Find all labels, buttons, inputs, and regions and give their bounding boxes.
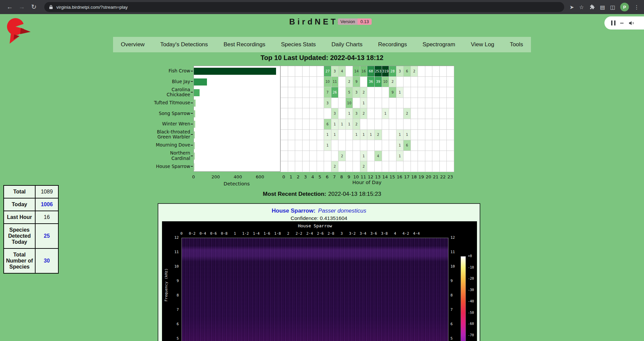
back-button[interactable]: ← bbox=[5, 2, 15, 12]
profile-avatar[interactable]: P bbox=[620, 3, 629, 11]
time-tick: 2·2 bbox=[296, 231, 302, 236]
detections-bar bbox=[194, 110, 195, 117]
species-label: House Sparrow bbox=[111, 161, 190, 172]
heatmap-cell bbox=[295, 66, 303, 77]
menu-kebab-icon[interactable]: ⋮ bbox=[634, 4, 639, 10]
nav-item-best-recordings[interactable]: Best Recordings bbox=[221, 41, 267, 48]
heatmap-cell bbox=[367, 108, 375, 119]
heatmap-cell bbox=[389, 161, 396, 172]
heatmap-cell bbox=[295, 119, 303, 130]
heatmap-cell bbox=[310, 130, 317, 140]
heatmap-cell bbox=[281, 87, 288, 98]
time-tick: 0·6 bbox=[210, 231, 217, 236]
heatmap-cell bbox=[310, 77, 317, 88]
heatmap-cell: 6 bbox=[404, 140, 411, 151]
stat-label: Last Hour bbox=[4, 211, 35, 224]
y-axis-tick bbox=[191, 81, 193, 82]
scientific-name[interactable]: Passer domesticus bbox=[318, 208, 366, 214]
heatmap-cell bbox=[310, 140, 317, 151]
species-label: Song Sparrow bbox=[111, 108, 190, 119]
heatmap-cell bbox=[418, 98, 425, 109]
address-bar[interactable]: virginia.birdnetpi.com/?stream=play bbox=[44, 2, 564, 12]
recent-timestamp: 2022-04-13 18:15:23 bbox=[328, 191, 381, 197]
heatmap-cell bbox=[432, 119, 440, 130]
stat-value-link[interactable]: 1006 bbox=[35, 198, 58, 211]
nav-item-todays-detections[interactable]: Today's Detections bbox=[158, 41, 210, 48]
top10-heading: Top 10 Last Updated: 2022-04-13 18:12 bbox=[0, 54, 644, 62]
spectrogram-title: House Sparrow bbox=[181, 223, 448, 228]
heatmap-cell bbox=[411, 108, 418, 119]
species-label: CarolinaChickadee bbox=[111, 87, 190, 98]
time-tick: 2·4 bbox=[306, 231, 313, 236]
db-tick: +0 bbox=[468, 254, 472, 258]
detections-bar bbox=[194, 100, 196, 107]
nav-item-species-stats[interactable]: Species Stats bbox=[279, 41, 318, 48]
bar-axis-tick: 600 bbox=[256, 174, 264, 179]
hour-axis-tick: 6 bbox=[326, 174, 328, 179]
heatmap-cell bbox=[317, 140, 324, 151]
species-label: NorthernCardinal bbox=[111, 151, 190, 161]
db-tick: -20 bbox=[468, 277, 474, 280]
heatmap-cell bbox=[281, 151, 288, 162]
nav-item-tools[interactable]: Tools bbox=[508, 41, 525, 48]
heatmap-cell bbox=[447, 119, 454, 130]
time-tick: 2·8 bbox=[328, 231, 334, 236]
heatmap-cell bbox=[447, 151, 454, 162]
bar-axis-tick: 0 bbox=[192, 174, 195, 179]
stat-value-link[interactable]: 30 bbox=[35, 248, 58, 273]
freq-tick: 11 bbox=[167, 250, 179, 254]
heatmap-cell: 5 bbox=[346, 87, 353, 98]
detections-bar bbox=[194, 131, 195, 138]
heatmap-cell: 3 bbox=[331, 108, 339, 119]
audio-player[interactable] bbox=[604, 16, 644, 30]
heatmap-cell: 3 bbox=[324, 98, 331, 109]
reload-button[interactable]: ↻ bbox=[29, 2, 39, 12]
heatmap-cell bbox=[440, 108, 447, 119]
hour-axis-tick: 12 bbox=[368, 174, 374, 179]
hour-axis-tick: 14 bbox=[382, 174, 388, 179]
freq-tick: 12 bbox=[450, 235, 462, 240]
heatmap-cell bbox=[447, 87, 454, 98]
speaker-icon[interactable] bbox=[628, 20, 635, 26]
nav-item-view-log[interactable]: View Log bbox=[469, 41, 496, 48]
pause-icon[interactable] bbox=[611, 20, 615, 25]
heatmap-cell: 1 bbox=[360, 151, 368, 162]
heatmap-cell bbox=[396, 108, 404, 119]
nav-item-spectrogram[interactable]: Spectrogram bbox=[421, 41, 457, 48]
heatmap-cell bbox=[367, 151, 375, 162]
player-divider bbox=[620, 23, 624, 23]
forward-button[interactable]: → bbox=[17, 2, 27, 12]
hour-axis-tick: 7 bbox=[333, 174, 336, 179]
heatmap-cell: 4 bbox=[375, 151, 382, 162]
detections-bar bbox=[194, 142, 195, 149]
detections-bar bbox=[194, 78, 207, 86]
heatmap-cell bbox=[382, 151, 389, 162]
heatmap-cell bbox=[288, 119, 296, 130]
heatmap-cell: 10 bbox=[324, 77, 331, 88]
nav-item-overview[interactable]: Overview bbox=[119, 41, 147, 48]
bookmark-star-icon[interactable]: ☆ bbox=[579, 4, 584, 10]
stat-value-link[interactable]: 25 bbox=[35, 224, 58, 248]
heatmap-cell: 1 bbox=[346, 108, 353, 119]
heatmap-cell: 1 bbox=[360, 130, 368, 140]
heatmap-cell: 10 bbox=[346, 98, 353, 109]
nav-item-daily-charts[interactable]: Daily Charts bbox=[329, 41, 365, 48]
detections-bar bbox=[194, 68, 276, 75]
heatmap-cell bbox=[346, 151, 353, 162]
send-icon[interactable]: ➤ bbox=[570, 4, 574, 10]
detected-species-link[interactable]: House Sparrow: bbox=[272, 208, 315, 214]
heatmap-cell bbox=[317, 66, 324, 77]
nav-item-recordings[interactable]: Recordings bbox=[376, 41, 409, 48]
side-panel-icon[interactable]: ◫ bbox=[610, 4, 615, 10]
heatmap-cell: 2 bbox=[331, 161, 339, 172]
heatmap-cell: 4 bbox=[338, 66, 346, 77]
freq-tick: 8 bbox=[450, 293, 462, 297]
extensions-icon[interactable] bbox=[589, 4, 595, 10]
heatmap-cell: 10 bbox=[382, 77, 389, 88]
time-tick: 1·4 bbox=[253, 231, 260, 236]
reading-list-icon[interactable]: ▤ bbox=[600, 4, 605, 10]
freq-tick: 6 bbox=[450, 322, 462, 326]
species-label-line: Fish Crow bbox=[169, 68, 190, 73]
heatmap-cell bbox=[353, 98, 360, 109]
lock-icon bbox=[49, 5, 53, 9]
